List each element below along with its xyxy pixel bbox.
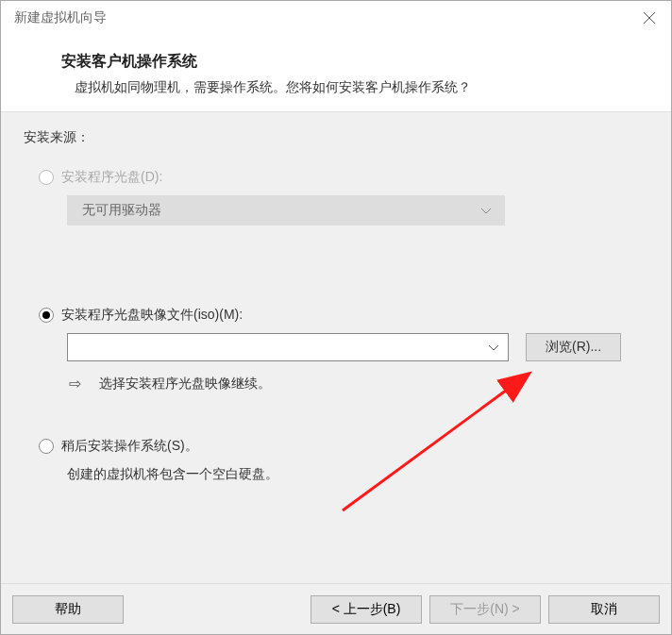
page-title: 安装客户机操作系统 [61, 52, 633, 72]
radio-disc-row[interactable]: 安装程序光盘(D): [39, 169, 648, 186]
radio-iso-label: 安装程序光盘映像文件(iso)(M): [61, 307, 243, 324]
iso-hint-text: 选择安装程序光盘映像继续。 [99, 376, 271, 393]
back-button[interactable]: < 上一步(B) [311, 595, 422, 624]
install-source-label: 安装来源： [24, 129, 648, 146]
radio-iso[interactable] [39, 308, 54, 323]
cancel-button[interactable]: 取消 [548, 595, 660, 624]
radio-later[interactable] [39, 439, 54, 454]
iso-combo[interactable] [67, 333, 509, 361]
wizard-header: 安装客户机操作系统 虚拟机如同物理机，需要操作系统。您将如何安装客户机操作系统？ [1, 35, 671, 112]
disc-dropdown-text: 无可用驱动器 [82, 202, 161, 219]
later-hint-text: 创建的虚拟机将包含一个空白硬盘。 [67, 466, 648, 483]
browse-button[interactable]: 浏览(R)... [526, 333, 621, 361]
disc-dropdown[interactable]: 无可用驱动器 [67, 195, 505, 226]
next-button[interactable]: 下一步(N) > [429, 595, 541, 624]
option-iso: 安装程序光盘映像文件(iso)(M): 浏览(R)... ⇨ 选择安装程序光盘映… [39, 307, 648, 393]
help-button[interactable]: 帮助 [12, 595, 124, 624]
option-later: 稍后安装操作系统(S)。 创建的虚拟机将包含一个空白硬盘。 [39, 438, 648, 483]
page-subtitle: 虚拟机如同物理机，需要操作系统。您将如何安装客户机操作系统？ [61, 79, 633, 96]
window-title: 新建虚拟机向导 [14, 9, 107, 26]
radio-iso-row[interactable]: 安装程序光盘映像文件(iso)(M): [39, 307, 648, 324]
close-button[interactable] [628, 1, 671, 35]
wizard-body: 安装来源： 安装程序光盘(D): 无可用驱动器 安装程序光盘映像文件(iso)(… [1, 112, 671, 583]
close-icon [644, 12, 655, 24]
radio-later-label: 稍后安装操作系统(S)。 [61, 438, 198, 455]
arrow-right-icon: ⇨ [67, 375, 82, 393]
iso-path-input[interactable] [67, 333, 509, 361]
wizard-footer: 帮助 < 上一步(B) 下一步(N) > 取消 [1, 583, 671, 634]
radio-disc[interactable] [39, 170, 54, 185]
wizard-window: 新建虚拟机向导 安装客户机操作系统 虚拟机如同物理机，需要操作系统。您将如何安装… [0, 0, 672, 635]
chevron-down-icon [480, 203, 492, 218]
radio-disc-label: 安装程序光盘(D): [61, 169, 162, 186]
option-disc: 安装程序光盘(D): 无可用驱动器 [39, 169, 648, 226]
radio-later-row[interactable]: 稍后安装操作系统(S)。 [39, 438, 648, 455]
iso-hint-row: ⇨ 选择安装程序光盘映像继续。 [67, 375, 648, 393]
titlebar: 新建虚拟机向导 [1, 1, 671, 35]
